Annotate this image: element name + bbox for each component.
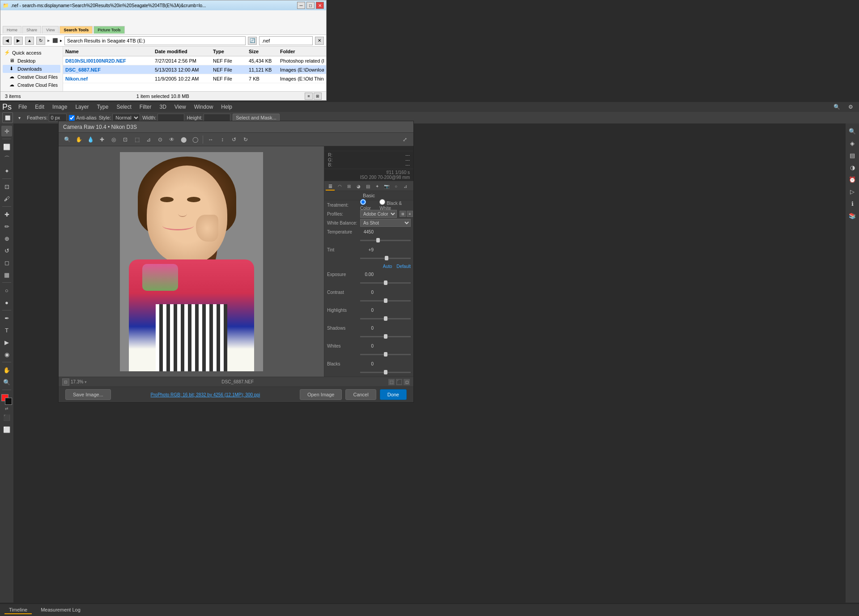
cr-blacks-slider[interactable] — [360, 372, 411, 373]
mask-mode[interactable]: ⬛ — [1, 412, 12, 423]
menu-select[interactable]: Select — [113, 103, 135, 111]
adjustments-panel-icon[interactable]: ◑ — [847, 162, 858, 173]
maximize-button[interactable]: □ — [306, 2, 315, 9]
ps-search-button[interactable]: 🔍 — [830, 103, 844, 111]
menu-layer[interactable]: Layer — [72, 103, 92, 111]
minimize-button[interactable]: ─ — [297, 2, 305, 9]
search-panel-icon[interactable]: 🔍 — [847, 126, 858, 136]
cr-profile-list-icon[interactable]: ≡ — [407, 211, 413, 217]
quick-select-tool[interactable]: ✦ — [1, 166, 12, 176]
cancel-button[interactable]: Cancel — [345, 389, 376, 400]
brush-tool[interactable]: ✏ — [1, 221, 12, 232]
cr-bottom-icon-1[interactable]: ⬚ — [388, 379, 395, 385]
cr-bottom-icon-3[interactable]: ◻ — [404, 379, 410, 385]
tab-home[interactable]: Home — [3, 26, 21, 34]
open-image-button[interactable]: Open Image — [300, 389, 342, 400]
cr-tab-split[interactable]: ▤ — [363, 183, 372, 191]
color-panel-icon[interactable]: ◈ — [847, 138, 858, 149]
cr-hand-tool[interactable]: ✋ — [74, 135, 84, 144]
back-button[interactable]: ◀ — [3, 37, 12, 45]
hand-tool[interactable]: ✋ — [1, 365, 12, 375]
menu-help[interactable]: Help — [217, 103, 236, 111]
ps-settings-button[interactable]: ⚙ — [845, 103, 857, 111]
blur-tool[interactable]: ○ — [1, 285, 12, 296]
cr-targetadjust-tool[interactable]: ◎ — [109, 135, 119, 144]
cr-default-link[interactable]: Default — [396, 264, 411, 269]
cr-fliph-tool[interactable]: ↔ — [206, 135, 216, 144]
cr-bw-radio[interactable] — [379, 199, 385, 205]
marquee-tool-icon[interactable]: ⬜ — [2, 112, 13, 123]
cr-exposure-slider[interactable] — [360, 282, 411, 284]
anti-alias-checkbox[interactable] — [69, 115, 75, 121]
cr-tint-slider[interactable] — [360, 258, 411, 259]
menu-view[interactable]: View — [171, 103, 190, 111]
healing-tool[interactable]: ✚ — [1, 209, 12, 220]
cr-profile-select[interactable]: Adobe Color — [360, 210, 397, 218]
history-panel-icon[interactable]: ⏰ — [847, 174, 858, 185]
sidebar-creative-cloud-2[interactable]: ☁ Creative Cloud Files — [3, 81, 60, 89]
cr-rotate-right[interactable]: ↻ — [241, 135, 251, 144]
tab-view[interactable]: View — [42, 26, 59, 34]
cr-retouch-tool[interactable]: ⊙ — [155, 135, 165, 144]
up-button[interactable]: ▲ — [25, 37, 34, 45]
options-icon[interactable]: ▾ — [14, 112, 25, 123]
cr-zoom-select[interactable]: ⊡ — [62, 378, 69, 386]
menu-window[interactable]: Window — [191, 103, 217, 111]
refresh-button[interactable]: ↻ — [36, 37, 45, 45]
lasso-tool[interactable]: ⌒ — [1, 153, 12, 164]
history-tool[interactable]: ↺ — [1, 245, 12, 256]
eraser-tool[interactable]: ◻ — [1, 257, 12, 268]
menu-filter[interactable]: Filter — [136, 103, 155, 111]
cr-crop-tool[interactable]: ⊡ — [120, 135, 130, 144]
pen-tool[interactable]: ✒ — [1, 313, 12, 323]
forward-button[interactable]: ▶ — [14, 37, 23, 45]
measurement-log-tab[interactable]: Measurement Log — [36, 606, 85, 614]
timeline-tab[interactable]: Timeline — [4, 606, 32, 614]
sidebar-quick-access[interactable]: ⚡ Quick access — [3, 49, 60, 57]
move-tool[interactable]: ✛ — [1, 126, 12, 136]
address-input[interactable] — [64, 36, 246, 45]
screen-mode[interactable]: ⬜ — [1, 424, 12, 435]
switch-colors[interactable]: ⇄ — [5, 406, 9, 411]
tab-search-tools[interactable]: Search Tools — [60, 26, 93, 34]
cr-tab-transform[interactable]: ⊿ — [401, 183, 410, 191]
layers-panel-icon[interactable]: ▤ — [847, 150, 858, 161]
cr-zoom-dropdown[interactable]: ▾ — [85, 380, 87, 384]
cr-whites-slider[interactable] — [360, 354, 411, 355]
eyedropper-tool[interactable]: 🖋 — [1, 193, 12, 204]
cr-tab-detail[interactable]: ⊞ — [344, 183, 353, 191]
sidebar-downloads[interactable]: ⬇ Downloads — [3, 65, 60, 73]
sidebar-desktop[interactable]: 🖥 Desktop — [3, 57, 60, 65]
cr-redeye-tool[interactable]: 👁 — [167, 135, 177, 144]
cr-whitebalance-tool[interactable]: 💧 — [85, 135, 95, 144]
text-tool[interactable]: T — [1, 325, 12, 336]
menu-type[interactable]: Type — [93, 103, 112, 111]
crop-tool[interactable]: ⊡ — [1, 181, 12, 192]
detail-view-button[interactable]: ⊞ — [314, 93, 322, 100]
sidebar-creative-cloud-1[interactable]: ☁ Creative Cloud Files — [3, 73, 60, 81]
cr-colorsampler-tool[interactable]: ✚ — [97, 135, 107, 144]
cr-tab-lens[interactable]: ○ — [391, 183, 400, 191]
file-row-2[interactable]: Nikon.nef 11/9/2005 10:22 AM NEF File 7 … — [63, 74, 326, 83]
menu-edit[interactable]: Edit — [31, 103, 48, 111]
cr-color-radio[interactable] — [360, 199, 366, 205]
reload-button[interactable]: 🔄 — [248, 37, 257, 45]
menu-3d[interactable]: 3D — [156, 103, 170, 111]
search-go-button[interactable]: ✕ — [315, 37, 324, 45]
close-button[interactable]: ✕ — [316, 2, 324, 9]
gradient-tool[interactable]: ▦ — [1, 269, 12, 280]
shape-tool[interactable]: ◉ — [1, 349, 12, 360]
cr-fullscreen-toggle[interactable]: ⤢ — [400, 135, 410, 144]
file-row-0[interactable]: D810hSLI00100NR2D.NEF 7/27/2014 2:56 PM … — [63, 56, 326, 65]
cr-adjustment-tool[interactable]: ⬤ — [179, 135, 188, 144]
cr-tab-hsl[interactable]: ◕ — [354, 183, 363, 191]
cr-wb-select[interactable]: As Shot — [360, 219, 411, 227]
cr-shadows-slider[interactable] — [360, 336, 411, 337]
path-select-tool[interactable]: ▶ — [1, 337, 12, 348]
cr-contrast-slider[interactable] — [360, 300, 411, 302]
cr-straighten-tool[interactable]: ⬚ — [132, 135, 142, 144]
cr-tab-basic[interactable]: ☰ — [326, 183, 335, 191]
cr-temperature-slider[interactable] — [360, 240, 411, 241]
done-button[interactable]: Done — [380, 389, 407, 400]
actions-panel-icon[interactable]: ▷ — [847, 186, 858, 197]
